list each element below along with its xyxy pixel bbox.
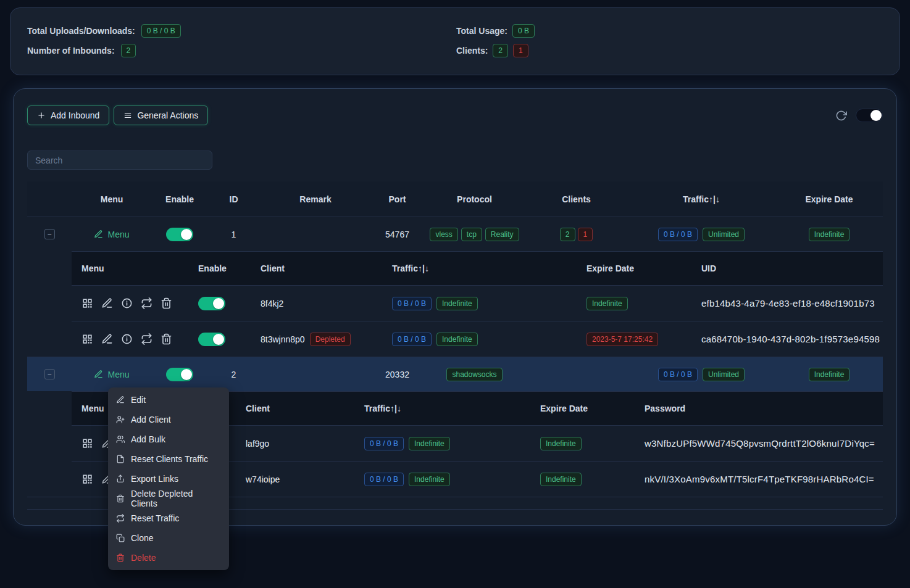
client-traffic-tag: 0 B / 0 B bbox=[364, 437, 404, 450]
inbound-row-1: − Menu 1 54767 vless tcp Reality 2 1 bbox=[27, 217, 883, 251]
menu-item-reset-clients-traffic[interactable]: Reset Clients Traffic bbox=[108, 449, 229, 469]
inbound-2-remark bbox=[260, 357, 371, 391]
search-input[interactable] bbox=[27, 151, 212, 170]
client-uid: efb14b43-4a79-4e83-ef18-e48cf1901b73 bbox=[701, 298, 875, 308]
client-name: 8f4kj2 bbox=[261, 299, 283, 308]
client-row-8f4kj2: 8f4kj2 0 B / 0 B Indefinite Indefinite e… bbox=[72, 285, 883, 321]
refresh-icon[interactable] bbox=[835, 110, 847, 122]
inbound-2-clients bbox=[525, 357, 627, 391]
export-links-icon bbox=[116, 474, 125, 483]
inbound-actions-menu: Edit Add Client Add Bulk Reset Clients T… bbox=[108, 387, 229, 570]
header-client-menu: Menu bbox=[72, 252, 188, 285]
edit-pencil-icon bbox=[94, 230, 103, 239]
header-client-uid: UID bbox=[691, 252, 883, 285]
menu-item-reset-traffic[interactable]: Reset Traffic bbox=[108, 508, 229, 528]
menu-item-edit[interactable]: Edit bbox=[108, 390, 229, 410]
menu-item-label: Reset Traffic bbox=[131, 513, 179, 523]
header-client-traffic-sort[interactable]: Traffic↑|↓ bbox=[354, 392, 530, 425]
menu-item-label: Delete bbox=[131, 553, 156, 563]
menu-item-delete-depleted-clients[interactable]: Delete Depleted Clients bbox=[108, 489, 229, 508]
inbound-table-header: Menu Enable ID Remark Port Protocol Clie… bbox=[27, 181, 883, 217]
menu-item-clone[interactable]: Clone bbox=[108, 528, 229, 548]
edit-client-button[interactable] bbox=[101, 297, 113, 309]
header-enable: Enable bbox=[152, 181, 207, 217]
menu-item-label: Reset Clients Traffic bbox=[131, 454, 208, 464]
menu-item-label: Add Client bbox=[131, 415, 171, 424]
client-expire-tag: Indefinite bbox=[540, 473, 582, 486]
add-client-icon bbox=[116, 415, 125, 424]
edit-client-button[interactable] bbox=[101, 333, 113, 345]
inbound-2-enable-toggle[interactable] bbox=[166, 368, 193, 381]
inbounds-count-label: Number of Inbounds: bbox=[27, 46, 115, 56]
qrcode-button[interactable] bbox=[81, 297, 93, 309]
dark-mode-toggle[interactable] bbox=[856, 109, 883, 122]
menu-item-label: Export Links bbox=[131, 474, 178, 484]
uploads-downloads-value: 0 B / 0 B bbox=[141, 24, 181, 38]
menu-item-label: Edit bbox=[131, 395, 146, 405]
inbound-2-traffic-tag: 0 B / 0 B bbox=[658, 368, 698, 381]
header-client-name: Client bbox=[236, 392, 354, 425]
inbound-2-menu-button[interactable]: Menu bbox=[94, 370, 129, 379]
client-info-button[interactable] bbox=[121, 333, 133, 345]
qrcode-button[interactable] bbox=[81, 333, 93, 345]
header-client-name: Client bbox=[251, 252, 382, 285]
security-tag: Reality bbox=[485, 228, 519, 241]
menu-item-add-client[interactable]: Add Client bbox=[108, 410, 229, 429]
client-uid: ca68470b-1940-437d-802b-1f9573e94598 bbox=[701, 334, 880, 344]
client-1-enable-toggle[interactable] bbox=[198, 297, 225, 310]
inbound-2-traffic-limit-tag: Unlimited bbox=[703, 368, 745, 381]
header-traffic-sort[interactable]: Traffic↑|↓ bbox=[627, 181, 775, 217]
client-name: 8t3wjnn8p0 bbox=[261, 334, 305, 344]
collapse-inbound-2-button[interactable]: − bbox=[44, 369, 55, 379]
inbounds-count-value: 2 bbox=[121, 44, 136, 57]
inbound-1-clients-depleted-tag: 1 bbox=[578, 228, 593, 241]
qrcode-button[interactable] bbox=[81, 437, 93, 449]
menu-item-delete[interactable]: Delete bbox=[108, 548, 229, 568]
client-row-8t3wjnn8p0: 8t3wjnn8p0 Depleted 0 B / 0 B Indefinite… bbox=[72, 321, 883, 357]
menu-item-export-links[interactable]: Export Links bbox=[108, 469, 229, 489]
client-expire-tag: 2023-5-7 17:25:42 bbox=[586, 333, 658, 346]
header-client-traffic-sort[interactable]: Traffic↑|↓ bbox=[382, 252, 577, 285]
inbound-1-clients-active-tag: 2 bbox=[560, 228, 575, 241]
client-password: nkV/I/3XoAm9v6xMT/T5lcrF4TpeTKF98rHARbRo… bbox=[645, 474, 874, 484]
client-depleted-tag: Depleted bbox=[310, 333, 351, 346]
collapse-inbound-1-button[interactable]: − bbox=[44, 229, 55, 239]
reset-client-traffic-button[interactable] bbox=[141, 333, 152, 345]
delete-client-button[interactable] bbox=[161, 297, 172, 309]
client-info-button[interactable] bbox=[121, 297, 133, 309]
header-menu: Menu bbox=[72, 181, 152, 217]
reset-client-traffic-button[interactable] bbox=[141, 297, 152, 309]
delete-depleted-clients-icon bbox=[116, 494, 125, 503]
header-clients: Clients bbox=[525, 181, 627, 217]
menu-item-label: Add Bulk bbox=[131, 434, 165, 444]
qrcode-button[interactable] bbox=[81, 473, 93, 485]
header-port: Port bbox=[371, 181, 424, 217]
inbound-1-menu-button[interactable]: Menu bbox=[94, 230, 129, 239]
edit-icon bbox=[116, 395, 125, 404]
header-protocol: Protocol bbox=[424, 181, 525, 217]
clients-table-inbound-1: Menu Enable Client Traffic↑|↓ Expire Dat… bbox=[72, 251, 883, 357]
general-actions-button[interactable]: General Actions bbox=[114, 106, 208, 125]
add-inbound-button[interactable]: Add Inbound bbox=[27, 106, 109, 125]
inbound-2-id: 2 bbox=[207, 357, 260, 391]
menu-item-label: Clone bbox=[131, 533, 154, 543]
list-icon bbox=[123, 111, 132, 120]
total-usage-value: 0 B bbox=[512, 24, 535, 38]
header-client-expire: Expire Date bbox=[530, 392, 635, 425]
header-id: ID bbox=[207, 181, 260, 217]
header-client-expire: Expire Date bbox=[577, 252, 691, 285]
client-traffic-limit-tag: Indefinite bbox=[409, 473, 450, 486]
menu-item-add-bulk[interactable]: Add Bulk bbox=[108, 429, 229, 449]
inbound-2-port: 20332 bbox=[371, 357, 424, 391]
delete-client-button[interactable] bbox=[161, 333, 172, 345]
client-name: w74ioipe bbox=[246, 474, 280, 484]
inbound-1-enable-toggle[interactable] bbox=[166, 228, 193, 241]
client-2-enable-toggle[interactable] bbox=[198, 333, 225, 346]
uploads-downloads-label: Total Uploads/Downloads: bbox=[27, 26, 135, 36]
header-client-password: Password bbox=[635, 392, 883, 425]
inbound-1-port: 54767 bbox=[371, 217, 424, 251]
client-traffic-limit-tag: Indefinite bbox=[436, 333, 478, 346]
clients-depleted-value: 1 bbox=[513, 44, 528, 57]
general-actions-label: General Actions bbox=[137, 110, 198, 120]
clients-count-label: Clients: bbox=[456, 46, 488, 56]
